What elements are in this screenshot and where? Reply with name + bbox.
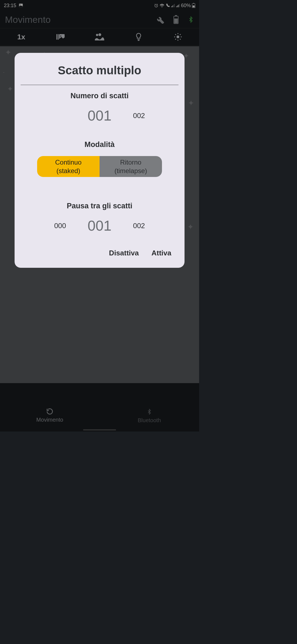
shots-picker[interactable]: 000 001 002 (21, 107, 178, 124)
divider (21, 85, 178, 85)
multiple-shot-dialog: Scatto multiplo Numero di scatti 000 001… (15, 53, 185, 268)
pause-picker[interactable]: 000 001 002 (21, 217, 178, 234)
mode-b-line1: Ritorno (120, 158, 141, 167)
mode-a-line1: Continuo (55, 158, 81, 167)
activate-button[interactable]: Attiva (152, 249, 171, 257)
pause-label: Pausa tra gli scatti (21, 202, 178, 210)
shots-current[interactable]: 001 (88, 107, 112, 124)
deactivate-button[interactable]: Disattiva (109, 249, 139, 257)
pause-current[interactable]: 001 (88, 217, 112, 234)
pause-prev: 000 (52, 222, 68, 230)
pause-next: 002 (131, 222, 147, 230)
shots-next: 002 (131, 111, 147, 120)
shots-label: Numero di scatti (21, 92, 178, 100)
mode-a-line2: (staked) (56, 167, 80, 175)
mode-b-line2: (timelapse) (114, 167, 147, 175)
mode-label: Modalità (21, 140, 178, 149)
dialog-actions: Disattiva Attiva (21, 242, 178, 260)
dialog-title: Scatto multiplo (21, 64, 178, 77)
mode-return-button[interactable]: Ritorno (timelapse) (100, 156, 162, 177)
mode-toggle: Continuo (staked) Ritorno (timelapse) (37, 156, 162, 177)
mode-continuous-button[interactable]: Continuo (staked) (37, 156, 100, 177)
